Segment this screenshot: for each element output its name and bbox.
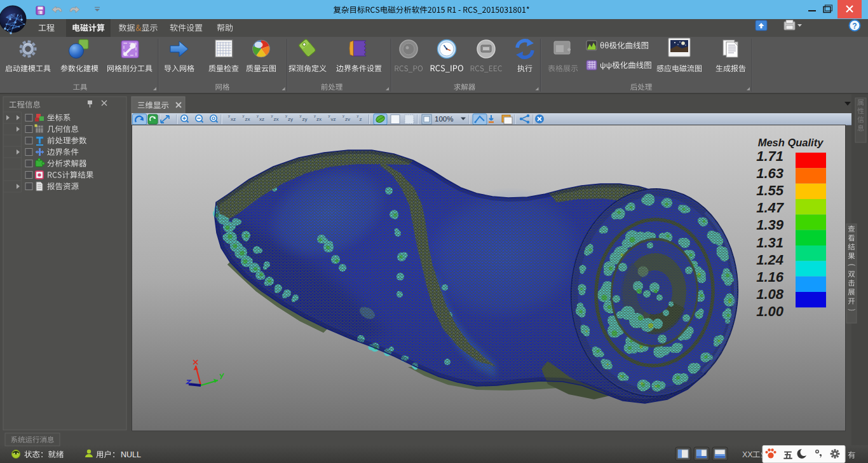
svg-text:zy: zy	[288, 116, 293, 122]
svg-text:?: ?	[852, 22, 857, 31]
svg-text:y: y	[357, 114, 359, 118]
svg-text:y: y	[314, 114, 316, 118]
svg-text:1.63: 1.63	[756, 165, 783, 181]
svg-text:zx: zx	[316, 116, 322, 122]
svg-text:xz: xz	[231, 116, 236, 122]
svg-text:y: y	[228, 114, 230, 118]
svg-text:1.55: 1.55	[756, 183, 784, 198]
svg-text:y: y	[243, 114, 245, 118]
svg-text:zv: zv	[345, 116, 350, 122]
svg-text:Mesh Quality: Mesh Quality	[758, 137, 824, 148]
svg-text:1.16: 1.16	[756, 269, 784, 285]
svg-text:y: y	[257, 114, 259, 118]
svg-text:y: y	[300, 114, 302, 118]
svg-text:NULL: NULL	[121, 450, 141, 459]
svg-text:1.24: 1.24	[756, 252, 783, 268]
svg-text:vz: vz	[331, 116, 336, 122]
svg-text:y: y	[342, 114, 344, 118]
svg-text:1.71: 1.71	[756, 148, 783, 164]
svg-text:XX: XX	[742, 450, 753, 459]
svg-text:zy: zy	[302, 116, 308, 122]
svg-text:z: z	[360, 116, 362, 122]
svg-text:y: y	[271, 114, 273, 118]
svg-text:zx: zx	[245, 116, 250, 122]
svg-text:xz: xz	[259, 116, 264, 122]
svg-text:1.31: 1.31	[756, 235, 783, 251]
svg-text:1.47: 1.47	[756, 200, 785, 216]
svg-text:1.08: 1.08	[756, 286, 784, 302]
svg-text:1.00: 1.00	[756, 303, 784, 319]
svg-text:y: y	[285, 114, 287, 118]
svg-text:y: y	[329, 114, 330, 118]
svg-text:zx: zx	[274, 116, 279, 122]
svg-text:1.39: 1.39	[756, 217, 784, 233]
svg-text:100%: 100%	[435, 115, 453, 123]
